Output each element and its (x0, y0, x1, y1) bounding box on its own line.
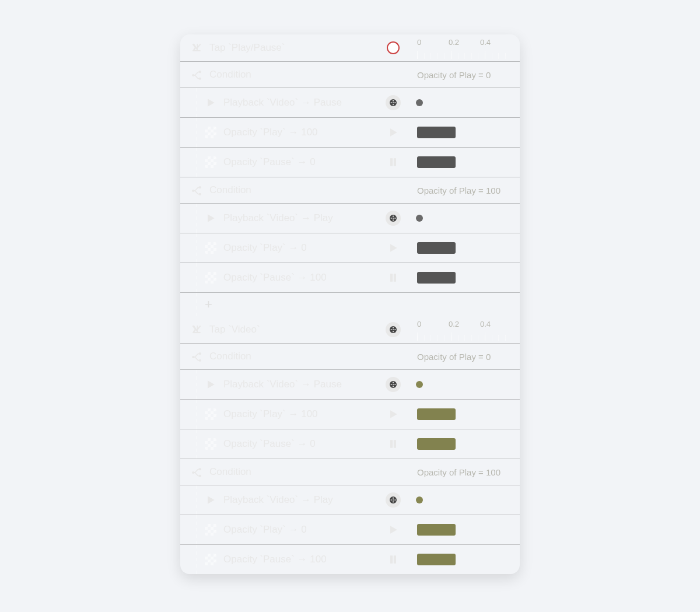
svg-point-1 (199, 71, 201, 73)
tree-guide (190, 233, 204, 263)
timeline-keyframe[interactable] (416, 215, 423, 222)
svg-point-7 (394, 102, 396, 103)
action-label: Opacity `Play` → 100 (223, 408, 386, 420)
svg-point-9 (192, 190, 194, 192)
opacity-icon (205, 554, 216, 565)
action-label: Opacity `Play` → 0 (223, 242, 386, 254)
branch-icon (190, 68, 204, 82)
opacity-icon (205, 242, 216, 254)
film-reel-icon (386, 211, 401, 226)
svg-point-25 (199, 352, 201, 355)
ruler-tick-label: 0.2 (449, 38, 480, 47)
timeline-duration-bar[interactable] (417, 438, 456, 450)
condition-row[interactable]: Condition Opacity of Play = 100 (180, 177, 520, 204)
plus-icon: + (205, 297, 212, 312)
action-row[interactable]: Playback `Video` → Play (180, 204, 520, 233)
opacity-icon (205, 438, 216, 450)
action-row[interactable]: Playback `Video` → Pause (180, 370, 520, 400)
ruler-tick-label: 0.2 (449, 320, 480, 328)
trigger-icon (190, 41, 204, 55)
timeline-duration-bar[interactable] (417, 408, 456, 420)
timeline-keyframe[interactable] (416, 381, 423, 388)
play-icon (204, 211, 218, 225)
svg-point-26 (199, 359, 201, 362)
action-label: Playback `Video` → Pause (223, 97, 386, 109)
timeline-duration-bar[interactable] (417, 127, 456, 138)
action-label: Opacity `Pause` → 100 (223, 554, 386, 565)
timeline-keyframe[interactable] (416, 496, 423, 503)
tree-guide (190, 370, 204, 399)
opacity-icon (205, 156, 216, 168)
svg-point-15 (391, 218, 392, 219)
condition-label: Condition (209, 466, 401, 478)
svg-point-41 (393, 499, 394, 501)
opacity-icon (204, 523, 218, 537)
svg-point-14 (393, 219, 394, 221)
svg-point-32 (393, 384, 394, 385)
action-row[interactable]: Opacity `Play` → 0 (180, 515, 520, 545)
branch-icon (190, 183, 204, 197)
film-reel-icon (386, 95, 401, 110)
interaction-section: Tap `Video` 0 0.2 0.4 Condition Opacity … (180, 316, 520, 574)
action-row[interactable]: Opacity `Pause` → 100 (180, 545, 520, 574)
action-row[interactable]: Playback `Video` → Pause (180, 88, 520, 118)
action-label: Playback `Video` → Play (223, 494, 386, 506)
trigger-row[interactable]: Tap `Play/Pause` 0 0.2 0.4 (180, 34, 520, 62)
svg-point-37 (393, 498, 394, 499)
branch-icon (190, 349, 204, 363)
opacity-icon (204, 407, 218, 421)
branch-icon (190, 465, 204, 479)
svg-point-10 (199, 186, 201, 188)
trigger-label: Tap `Play/Pause` (209, 42, 386, 54)
svg-point-30 (391, 384, 392, 385)
condition-expression: Opacity of Play = 100 (417, 467, 501, 477)
condition-expression: Opacity of Play = 0 (417, 70, 491, 80)
svg-point-11 (199, 193, 201, 195)
film-reel-icon (386, 95, 401, 110)
action-label: Opacity `Pause` → 0 (223, 438, 386, 450)
timeline-duration-bar[interactable] (417, 272, 456, 284)
tree-guide (190, 204, 204, 233)
condition-row[interactable]: Condition Opacity of Play = 0 (180, 344, 520, 370)
timeline-duration-bar[interactable] (417, 524, 456, 536)
condition-row[interactable]: Condition Opacity of Play = 100 (180, 459, 520, 485)
ruler-tick-label: 0.4 (480, 38, 512, 47)
action-row[interactable]: Playback `Video` → Play (180, 485, 520, 515)
timeline-duration-bar[interactable] (417, 242, 456, 254)
svg-point-34 (199, 468, 201, 470)
svg-point-39 (391, 499, 392, 501)
trigger-row[interactable]: Tap `Video` 0 0.2 0.4 (180, 316, 520, 344)
svg-point-17 (393, 218, 394, 219)
opacity-icon (205, 127, 216, 138)
svg-point-0 (192, 74, 194, 76)
tree-guide (190, 545, 204, 574)
opacity-icon (204, 155, 218, 169)
play-icon (386, 407, 401, 422)
opacity-icon (205, 524, 216, 536)
timeline-duration-bar[interactable] (417, 156, 456, 168)
action-row[interactable]: Opacity `Play` → 100 (180, 118, 520, 148)
play-icon (204, 377, 218, 391)
svg-point-24 (192, 356, 194, 358)
action-row[interactable]: Opacity `Pause` → 0 (180, 429, 520, 459)
action-row[interactable]: Opacity `Play` → 0 (180, 233, 520, 263)
film-reel-icon (386, 322, 401, 337)
action-row[interactable]: Opacity `Pause` → 100 (180, 263, 520, 293)
film-reel-icon (386, 211, 401, 226)
svg-point-5 (393, 104, 394, 105)
condition-row[interactable]: Condition Opacity of Play = 0 (180, 62, 520, 88)
action-row[interactable]: Opacity `Pause` → 0 (180, 148, 520, 177)
timeline-keyframe[interactable] (416, 99, 423, 106)
timeline-duration-bar[interactable] (417, 554, 456, 565)
svg-point-4 (393, 100, 394, 102)
svg-point-35 (199, 475, 201, 477)
tree-guide (190, 400, 204, 429)
svg-point-16 (394, 218, 396, 219)
trigger-label: Tap `Video` (209, 324, 386, 335)
svg-point-22 (394, 329, 396, 330)
play-icon (204, 493, 218, 507)
action-row[interactable]: Opacity `Play` → 100 (180, 400, 520, 429)
interactions-panel: Tap `Play/Pause` 0 0.2 0.4 Condition Opa… (180, 34, 520, 574)
add-action-row[interactable]: + (180, 293, 520, 316)
interaction-section: Tap `Play/Pause` 0 0.2 0.4 Condition Opa… (180, 34, 520, 316)
